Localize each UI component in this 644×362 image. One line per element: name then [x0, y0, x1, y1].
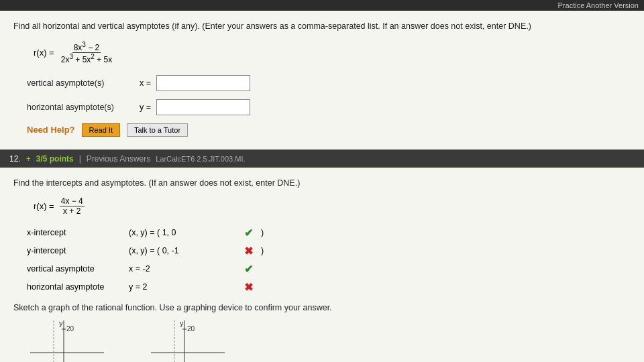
vertical-asymptote-row-2: vertical asymptote x = -2 ✔ [27, 263, 631, 276]
svg-text:y: y [59, 319, 63, 327]
formula-block-2: r(x) = 4x − 4 x + 2 [34, 196, 631, 216]
problem-id: LarCalcET6 2.5.JIT.003.MI. [156, 155, 245, 163]
graph-2: y 20 [148, 319, 228, 363]
vert-asymp-value: x = -2 [129, 264, 236, 274]
formula-lhs-1: r(x) = [34, 48, 54, 58]
sketch-row: Sketch a graph of the rational function.… [13, 303, 631, 312]
graph-svg-1: y 20 [27, 319, 107, 363]
paren-x: ) [261, 228, 264, 237]
formula-block-1: r(x) = 8x3 − 2 2x3 + 5x2 + 5x [34, 41, 631, 64]
read-it-button[interactable]: Read It [82, 123, 120, 137]
problem-text-2: Find the intercepts and asymptotes. (If … [13, 177, 631, 190]
horiz-asymp-value: y = 2 [129, 282, 236, 292]
sketch-text: Sketch a graph of the rational function.… [13, 303, 631, 312]
y-intercept-row: y-intercept (x, y) = ( 0, -1 ✖ ) [27, 245, 631, 257]
denominator-2: x + 2 [62, 206, 82, 216]
formula-lhs-2: r(x) = [34, 201, 54, 211]
svg-text:y: y [180, 319, 184, 327]
practice-label: Practice Another Version [558, 1, 639, 9]
prev-answers: Previous Answers [87, 154, 150, 164]
sep: | [79, 154, 81, 164]
graph-1: y 20 [27, 319, 107, 363]
x-intercept-row: x-intercept (x, y) = ( 1, 0 ✔ ) [27, 227, 631, 239]
paren-y: ) [261, 246, 264, 255]
numerator-2: 4x − 4 [60, 196, 85, 206]
cross-icon-y: ✖ [244, 245, 253, 257]
vertical-input[interactable] [156, 75, 250, 91]
numerator-1: 8x3 − 2 [72, 41, 101, 53]
horizontal-eq: y = [140, 103, 151, 112]
svg-text:20: 20 [66, 325, 74, 333]
horizontal-asymptote-row-2: horizontal asymptote y = 2 ✖ [27, 281, 631, 294]
y-intercept-label: y-intercept [27, 246, 121, 255]
denominator-1: 2x3 + 5x2 + 5x [60, 53, 114, 64]
formula-line-2: r(x) = 4x − 4 x + 2 [34, 196, 631, 216]
cross-icon-horiz: ✖ [244, 281, 253, 294]
fraction-2: 4x − 4 x + 2 [60, 196, 85, 216]
graphs-row: y 20 y 20 [27, 319, 631, 363]
x-intercept-label: x-intercept [27, 228, 121, 237]
fraction-1: 8x3 − 2 2x3 + 5x2 + 5x [60, 41, 114, 64]
graph-svg-2: y 20 [148, 319, 228, 363]
horizontal-asymptote-row: horizontal asymptote(s) y = [27, 99, 631, 115]
vertical-asymptote-row: vertical asymptote(s) x = [27, 75, 631, 91]
points-label: 3/5 points [36, 154, 74, 164]
q-num-label: 12. [9, 154, 21, 164]
problem-text-1: Find all horizontal and vertical asympto… [13, 20, 631, 33]
formula-line-1: r(x) = 8x3 − 2 2x3 + 5x2 + 5x [34, 41, 631, 64]
vert-asymp-label: vertical asymptote [27, 264, 121, 274]
section-2-header: 12. + 3/5 points | Previous Answers LarC… [0, 150, 644, 168]
svg-text:20: 20 [187, 325, 195, 333]
question-number: 12. [9, 154, 21, 164]
check-icon-x: ✔ [244, 227, 253, 239]
intercept-table: x-intercept (x, y) = ( 1, 0 ✔ ) y-interc… [27, 227, 631, 294]
need-help-row: Need Help? Read It Talk to a Tutor [27, 123, 631, 137]
check-icon-vert: ✔ [244, 263, 253, 276]
talk-to-tutor-button[interactable]: Talk to a Tutor [127, 123, 188, 137]
horizontal-label: horizontal asymptote(s) [27, 103, 134, 112]
vertical-eq: x = [140, 78, 151, 88]
horizontal-input[interactable] [156, 99, 250, 115]
top-bar: Practice Another Version [0, 0, 644, 11]
points-indicator: + [26, 154, 31, 164]
x-intercept-value: (x, y) = ( 1, 0 [129, 228, 236, 237]
vertical-label: vertical asymptote(s) [27, 78, 134, 88]
section-1: Find all horizontal and vertical asympto… [0, 11, 644, 150]
horiz-asymp-label: horizontal asymptote [27, 282, 121, 292]
y-intercept-value: (x, y) = ( 0, -1 [129, 246, 236, 255]
need-help-label: Need Help? [27, 125, 75, 135]
section-2: Find the intercepts and asymptotes. (If … [0, 168, 644, 362]
